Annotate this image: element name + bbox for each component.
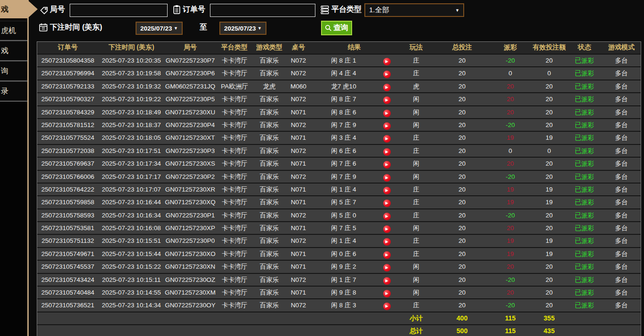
cell-round: GN071257230XM — [164, 287, 216, 298]
sidebar-item[interactable]: 戏 — [0, 41, 27, 61]
replay-icon[interactable]: ▶ — [383, 225, 391, 233]
replay-icon[interactable]: ▶ — [383, 96, 391, 104]
cell-table: N071 — [286, 222, 311, 234]
cell-replay: ▶ — [376, 248, 397, 260]
sidebar-item-active[interactable]: 戏 — [0, 0, 38, 18]
cell-round: GN071257230XR — [164, 184, 216, 195]
cell-result: 闲 0 庄 6 — [311, 248, 376, 260]
cell-replay: ▶ — [376, 299, 397, 311]
records-table: 订单号 下注时间 (美东) 局号 平台类型 游戏类型 桌号 结果 玩法 总投注 … — [37, 41, 641, 336]
cell-replay: ▶ — [376, 171, 397, 183]
replay-icon[interactable]: ▶ — [383, 213, 391, 220]
cell-bet-time: 2025-07-23 10:18:49 — [98, 106, 164, 118]
replay-icon[interactable]: ▶ — [383, 161, 391, 168]
total-row: 总计 500 115 435 — [37, 325, 641, 336]
search-button[interactable]: 查询 — [321, 21, 352, 35]
cell-total-bet: 20 — [435, 261, 489, 272]
date-to-value: 2025/07/23 — [224, 25, 256, 32]
cell-round: GM060257231JQ — [164, 80, 216, 92]
cell-status: 已派彩 — [567, 93, 602, 105]
cell-table: N072 — [286, 274, 311, 286]
cell-platform: 卡卡湾厅 — [216, 93, 253, 105]
header-order: 订单号 — [37, 42, 98, 54]
cell-table: N072 — [286, 171, 311, 183]
cell-total-bet: 20 — [435, 55, 489, 66]
replay-icon[interactable]: ▶ — [383, 187, 391, 194]
cell-order: 250723105772038 — [37, 145, 98, 157]
cell-payout: 19 — [489, 248, 531, 260]
cell-payout: -20 — [489, 274, 531, 286]
replay-icon[interactable]: ▶ — [383, 122, 391, 130]
replay-icon[interactable]: ▶ — [383, 84, 391, 91]
platform-select-value: 1.全部 — [369, 6, 389, 15]
subtotal-label: 小计 — [397, 312, 435, 324]
replay-icon[interactable]: ▶ — [383, 238, 391, 246]
cell-payout: 20 — [489, 222, 531, 234]
cell-total-bet: 20 — [435, 222, 489, 234]
replay-icon[interactable]: ▶ — [383, 251, 391, 259]
header-valid-bet: 有效投注额 — [531, 42, 567, 54]
header-game-type: 游戏类型 — [253, 42, 286, 54]
cell-valid-bet: 19 — [531, 184, 567, 195]
replay-icon[interactable]: ▶ — [383, 200, 391, 207]
cell-game-mode: 多台 — [602, 235, 641, 247]
chevron-down-icon: ▼ — [258, 26, 262, 31]
cell-play-type: 庄 — [397, 299, 435, 311]
replay-icon[interactable]: ▶ — [383, 71, 391, 78]
sidebar-item[interactable]: 录 — [0, 81, 27, 102]
date-from-picker[interactable]: 2025/07/23 ▼ — [136, 22, 183, 35]
sidebar-item[interactable]: 虎机 — [0, 21, 27, 41]
replay-icon[interactable]: ▶ — [383, 110, 391, 117]
cell-result: 闲 8 庄 6 — [311, 106, 376, 118]
cell-order: 250723105745537 — [37, 261, 98, 272]
cell-order: 250723105769637 — [37, 158, 98, 169]
replay-icon[interactable]: ▶ — [383, 303, 391, 310]
cell-total-bet: 20 — [435, 209, 489, 221]
header-total-bet: 总投注 — [435, 42, 489, 54]
platform-select[interactable]: 1.全部 ▼ — [364, 3, 464, 17]
chevron-down-icon: ▼ — [174, 26, 178, 31]
cell-replay: ▶ — [376, 235, 397, 247]
clipboard-icon — [172, 5, 181, 15]
cell-bet-time: 2025-07-23 10:18:05 — [98, 132, 164, 144]
cell-result: 闲 5 庄 0 — [311, 209, 376, 221]
cell-bet-time: 2025-07-23 10:18:37 — [98, 119, 164, 131]
replay-icon[interactable]: ▶ — [383, 174, 391, 182]
bet-time-label: 下注时间 (美东) — [50, 23, 102, 32]
cell-play-type: 庄 — [397, 196, 435, 208]
table-row: 2507231057843292025-07-23 10:18:49GN0712… — [37, 106, 641, 119]
total-payout: 115 — [489, 325, 531, 336]
replay-icon[interactable]: ▶ — [383, 264, 391, 272]
cell-payout: 0 — [489, 67, 531, 79]
sidebar-item[interactable]: 询 — [0, 61, 27, 81]
cell-play-type: 庄 — [397, 132, 435, 144]
date-to-picker[interactable]: 2025/07/23 ▼ — [219, 22, 266, 35]
cell-order: 250723105753581 — [37, 222, 98, 234]
cell-game-mode: 多台 — [602, 93, 641, 105]
cell-payout: 19 — [489, 184, 531, 195]
replay-icon[interactable]: ▶ — [383, 58, 391, 65]
replay-icon[interactable]: ▶ — [383, 290, 391, 297]
cell-valid-bet: 20 — [531, 171, 567, 183]
cell-game-type: 百家乐 — [253, 196, 286, 208]
table-row: 2507231057696372025-07-23 10:17:34GN0712… — [37, 158, 641, 170]
order-input[interactable] — [210, 4, 315, 17]
replay-icon[interactable]: ▶ — [383, 135, 391, 143]
tag-icon — [40, 6, 48, 15]
cell-bet-time: 2025-07-23 10:16:44 — [98, 196, 164, 208]
round-input[interactable] — [70, 4, 168, 17]
cell-status: 已派彩 — [567, 248, 602, 260]
cell-status: 已派彩 — [567, 222, 602, 234]
cell-round: GN072257230P0 — [164, 235, 216, 247]
cell-table: N072 — [286, 209, 311, 221]
cell-platform: 卡卡湾厅 — [216, 299, 253, 311]
table-row: 2507231058043582025-07-23 10:20:35GN0722… — [37, 55, 641, 67]
replay-icon[interactable]: ▶ — [383, 148, 391, 156]
cell-order: 250723105796994 — [37, 67, 98, 79]
replay-icon[interactable]: ▶ — [383, 277, 391, 285]
cell-play-type: 闲 — [397, 287, 435, 298]
cell-table: N071 — [286, 261, 311, 272]
cell-result: 闲 1 庄 4 — [311, 235, 376, 247]
cell-status: 已派彩 — [567, 274, 602, 286]
cell-order: 250723105764222 — [37, 184, 98, 195]
